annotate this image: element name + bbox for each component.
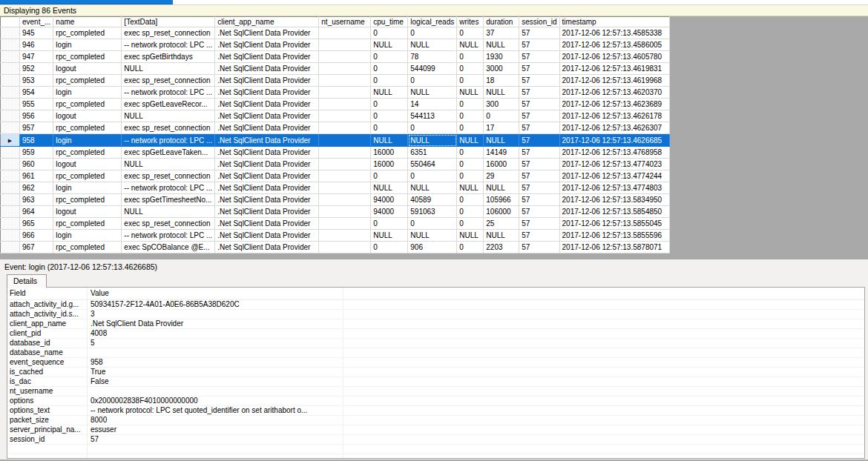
cell-cpu_time[interactable]: 0 (371, 75, 408, 87)
cell-cpu_time[interactable]: 0 (371, 110, 408, 122)
row-header-cell[interactable] (1, 230, 20, 242)
cell-cpu_time[interactable]: 0 (371, 218, 408, 230)
cell-writes[interactable]: 0 (457, 242, 484, 253)
cell-nt_username[interactable] (319, 242, 371, 253)
cell-name[interactable]: rpc_completed (53, 242, 122, 253)
cell-logical_reads[interactable]: 906 (408, 242, 457, 253)
details-row[interactable]: packet_size8000 (7, 416, 864, 425)
cell-session_id[interactable]: 57 (519, 110, 559, 122)
cell-timestamp[interactable]: 2017-12-06 12:57:13.4585338 (559, 27, 669, 39)
cell-nt_username[interactable] (319, 27, 371, 39)
cell-name[interactable]: logout (53, 159, 122, 170)
cell-client_app_name[interactable]: .Net SqlClient Data Provider (215, 122, 319, 134)
cell-logical_reads[interactable]: 0 (408, 122, 457, 134)
cell-name[interactable]: login (53, 87, 122, 99)
cell-textdata[interactable]: exec spGetTimesheetNo... (122, 194, 215, 206)
column-header-event_id[interactable]: event_... (20, 17, 53, 27)
cell-logical_reads[interactable]: 0 (408, 75, 457, 87)
cell-nt_username[interactable] (319, 39, 371, 51)
cell-client_app_name[interactable]: .Net SqlClient Data Provider (215, 75, 319, 87)
cell-nt_username[interactable] (319, 99, 371, 110)
row-header-cell[interactable] (1, 122, 20, 134)
cell-event_id[interactable]: 967 (20, 242, 53, 253)
cell-textdata[interactable]: -- network protocol: LPC ... (122, 39, 215, 51)
cell-event_id[interactable]: 959 (20, 147, 53, 159)
cell-textdata[interactable]: exec sp_reset_connection (122, 170, 215, 182)
cell-session_id[interactable]: 57 (519, 170, 559, 182)
row-header-cell[interactable] (1, 63, 20, 75)
cell-duration[interactable]: 300 (484, 99, 519, 110)
cell-event_id[interactable]: 946 (20, 39, 53, 51)
cell-writes[interactable]: 0 (457, 170, 484, 182)
details-row[interactable]: server_principal_na...essuser (7, 425, 864, 435)
column-header-textdata[interactable]: [TextData] (122, 17, 215, 27)
column-header-duration[interactable]: duration (484, 17, 519, 27)
cell-duration[interactable]: 16000 (484, 159, 519, 170)
cell-timestamp[interactable]: 2017-12-06 12:57:13.4626685 (559, 134, 669, 147)
cell-logical_reads[interactable]: 0 (408, 218, 457, 230)
details-row[interactable]: attach_activity_id.s...3 (7, 310, 864, 319)
table-row[interactable]: 955rpc_completedexec spGetLeaveRecor....… (1, 99, 670, 110)
cell-writes[interactable]: NULL (457, 87, 484, 99)
cell-timestamp[interactable]: 2017-12-06 12:57:13.5878071 (559, 242, 669, 253)
cell-writes[interactable]: 0 (457, 206, 484, 218)
cell-logical_reads[interactable]: 6351 (408, 147, 457, 159)
details-row[interactable]: event_sequence958 (7, 358, 864, 368)
cell-timestamp[interactable]: 2017-12-06 12:57:13.4768958 (559, 147, 669, 159)
cell-logical_reads[interactable]: 544113 (408, 110, 457, 122)
cell-name[interactable]: rpc_completed (53, 170, 122, 182)
row-header-cell[interactable] (1, 27, 20, 39)
cell-cpu_time[interactable]: 16000 (371, 147, 408, 159)
cell-logical_reads[interactable]: NULL (408, 134, 457, 147)
cell-textdata[interactable]: exec sp_reset_connection (122, 218, 215, 230)
cell-client_app_name[interactable]: .Net SqlClient Data Provider (215, 194, 319, 206)
cell-event_id[interactable]: 962 (20, 182, 53, 194)
table-row[interactable]: 962login-- network protocol: LPC ....Net… (1, 182, 670, 194)
table-row[interactable]: 947rpc_completedexec spGetBirthdays.Net … (1, 51, 670, 63)
cell-nt_username[interactable] (319, 218, 371, 230)
cell-session_id[interactable]: 57 (519, 218, 559, 230)
cell-cpu_time[interactable]: 0 (371, 242, 408, 253)
cell-nt_username[interactable] (319, 159, 371, 170)
cell-event_id[interactable]: 947 (20, 51, 53, 63)
cell-timestamp[interactable]: 2017-12-06 12:57:13.5855045 (559, 218, 669, 230)
cell-session_id[interactable]: 57 (519, 206, 559, 218)
cell-event_id[interactable]: 964 (20, 206, 53, 218)
details-row[interactable]: client_pid4008 (7, 329, 864, 339)
cell-timestamp[interactable]: 2017-12-06 12:57:13.4619968 (559, 75, 669, 87)
row-header-cell[interactable] (1, 206, 20, 218)
table-row[interactable]: 946login-- network protocol: LPC ....Net… (1, 39, 670, 51)
cell-duration[interactable]: 2203 (484, 242, 519, 253)
cell-textdata[interactable]: NULL (122, 206, 215, 218)
cell-session_id[interactable]: 57 (519, 194, 559, 206)
cell-client_app_name[interactable]: .Net SqlClient Data Provider (215, 218, 319, 230)
cell-duration[interactable]: NULL (484, 182, 519, 194)
cell-duration[interactable]: 17 (484, 122, 519, 134)
cell-name[interactable]: login (53, 230, 122, 242)
cell-cpu_time[interactable]: NULL (371, 182, 408, 194)
cell-nt_username[interactable] (319, 230, 371, 242)
details-row[interactable]: options_text-- network protocol: LPC set… (7, 406, 864, 416)
cell-event_id[interactable]: 958 (20, 134, 53, 147)
cell-event_id[interactable]: 955 (20, 99, 53, 110)
cell-textdata[interactable]: NULL (122, 63, 215, 75)
row-header-cell[interactable] (1, 75, 20, 87)
cell-session_id[interactable]: 57 (519, 159, 559, 170)
row-header-cell[interactable] (1, 159, 20, 170)
cell-cpu_time[interactable]: 94000 (371, 194, 408, 206)
cell-duration[interactable]: 29 (484, 170, 519, 182)
cell-textdata[interactable]: -- network protocol: LPC ... (122, 87, 215, 99)
cell-timestamp[interactable]: 2017-12-06 12:57:13.5834950 (559, 194, 669, 206)
cell-writes[interactable]: 0 (457, 99, 484, 110)
cell-session_id[interactable]: 57 (519, 122, 559, 134)
table-row[interactable]: 967rpc_completedexec SpCOBalance @E....N… (1, 242, 670, 253)
cell-duration[interactable]: NULL (484, 134, 519, 147)
cell-event_id[interactable]: 953 (20, 75, 53, 87)
cell-duration[interactable]: 0 (484, 110, 519, 122)
cell-nt_username[interactable] (319, 63, 371, 75)
column-header-nt_username[interactable]: nt_username (319, 17, 371, 27)
cell-logical_reads[interactable]: NULL (408, 87, 457, 99)
cell-textdata[interactable]: exec SpCOBalance @E... (122, 242, 215, 253)
cell-client_app_name[interactable]: .Net SqlClient Data Provider (215, 27, 319, 39)
cell-writes[interactable]: NULL (457, 182, 484, 194)
